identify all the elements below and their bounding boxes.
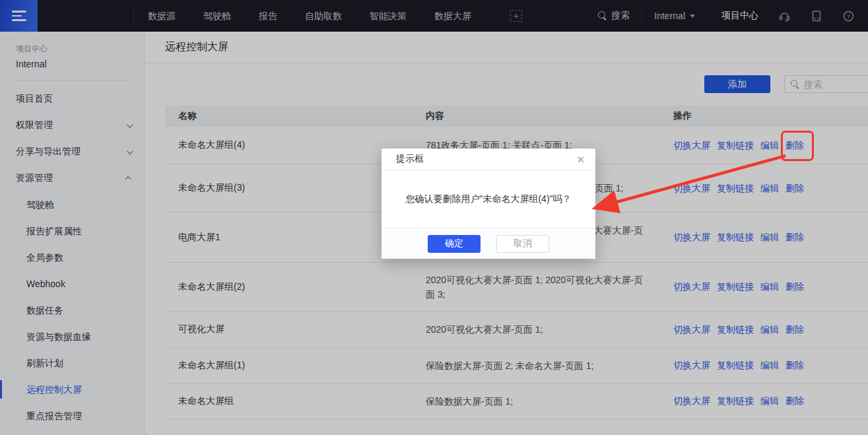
dialog-footer: 确定 取消 [382, 228, 595, 259]
cancel-button[interactable]: 取消 [496, 235, 549, 253]
dialog-title: 提示框 [396, 153, 576, 165]
close-icon[interactable]: ✕ [576, 154, 585, 164]
dialog-header: 提示框 ✕ [382, 149, 595, 170]
confirm-delete-dialog: 提示框 ✕ 您确认要删除用户"未命名大屏组(4)"吗？ 确定 取消 [382, 149, 595, 259]
confirm-button[interactable]: 确定 [428, 235, 481, 253]
dialog-message: 您确认要删除用户"未命名大屏组(4)"吗？ [382, 170, 595, 228]
